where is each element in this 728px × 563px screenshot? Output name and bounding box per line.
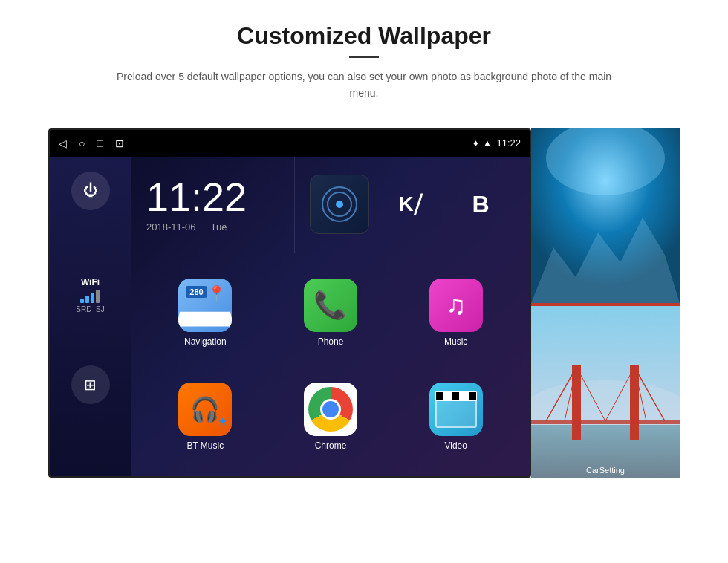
grid-icon: ⊞ (84, 376, 97, 394)
bridge-svg (531, 306, 680, 478)
chrome-inner (320, 399, 341, 420)
svg-rect-6 (572, 365, 581, 440)
ice-cave-svg (531, 128, 680, 303)
status-bar: ◁ ○ □ ⊡ ♦ ▲ 11:22 (50, 130, 530, 157)
music-label: Music (444, 336, 467, 347)
screen-mockup: ◁ ○ □ ⊡ ♦ ▲ 11:22 (48, 128, 531, 478)
radio-signal (321, 186, 358, 223)
clap-body (435, 401, 477, 428)
status-time: 11:22 (496, 137, 521, 149)
svg-rect-7 (630, 365, 639, 440)
chrome-label: Chrome (315, 440, 347, 451)
app-item-navigation[interactable]: 280 📍 Navigation (143, 261, 268, 365)
music-note-icon: ♫ (446, 290, 466, 321)
wifi-bars (76, 290, 104, 303)
screen-main: ⏻ WiFi SRD_SJ (50, 157, 530, 476)
b-label: B (472, 191, 489, 218)
title-divider (349, 56, 379, 58)
page-subtitle: Preload over 5 default wallpaper options… (104, 68, 624, 102)
nav-road (178, 311, 232, 326)
sidebar: ⏻ WiFi SRD_SJ (50, 157, 131, 476)
screenshot-icon[interactable]: ⊡ (115, 137, 124, 149)
nav-map: 280 📍 (178, 279, 232, 332)
date-display: 2018-11-06 Tue (146, 221, 279, 232)
status-bar-left: ◁ ○ □ ⊡ (59, 137, 124, 149)
apps-grid-button[interactable]: ⊞ (71, 365, 110, 404)
app-item-video[interactable]: Video (393, 365, 519, 469)
page-title: Customized Wallpaper (104, 22, 624, 50)
app-grid: 280 📍 Navigation 📞 (131, 253, 530, 476)
phone-handset-icon: 📞 (313, 290, 347, 321)
video-label: Video (444, 440, 467, 451)
bt-icon-inner: 🎧 ⭒ (178, 383, 232, 436)
bt-music-label: BT Music (186, 440, 224, 451)
phone-label: Phone (318, 336, 344, 347)
radio-dot (336, 201, 343, 208)
carsetting-label: CarSetting (531, 466, 680, 475)
ice-cave-scene (531, 128, 680, 303)
stripe-5 (469, 392, 475, 400)
navigation-icon: 280 📍 (178, 279, 232, 332)
bluetooth-symbol: ⭒ (219, 413, 226, 430)
stripe-3 (452, 392, 459, 400)
wifi-section: WiFi SRD_SJ (76, 277, 104, 313)
app-item-bt-music[interactable]: 🎧 ⭒ BT Music (143, 365, 268, 469)
info-bar: 11:22 2018-11-06 Tue (131, 157, 530, 253)
stripe-1 (436, 392, 443, 400)
navigation-label: Navigation (184, 336, 227, 347)
bridge-scene (531, 306, 680, 478)
screen-content: 11:22 2018-11-06 Tue (131, 157, 530, 476)
stripe-2 (444, 392, 451, 400)
clap-top (435, 391, 477, 401)
chrome-outer (308, 387, 353, 432)
wifi-bar-2 (85, 296, 89, 303)
wifi-bar-1 (80, 299, 84, 303)
nav-shield: 280 (186, 286, 207, 298)
time-section: 11:22 2018-11-06 Tue (131, 157, 295, 253)
wifi-bar-3 (91, 293, 94, 303)
video-icon (429, 383, 483, 436)
wallpaper-thumb-ice[interactable] (531, 128, 680, 303)
phone-icon: 📞 (304, 279, 357, 332)
power-icon: ⏻ (83, 182, 98, 199)
app-item-phone[interactable]: 📞 Phone (268, 261, 394, 365)
status-bar-right: ♦ ▲ 11:22 (473, 137, 521, 149)
home-icon[interactable]: ○ (79, 137, 85, 149)
back-icon[interactable]: ◁ (59, 137, 67, 149)
headphone-icon: 🎧 (190, 395, 220, 423)
title-section: Customized Wallpaper Preload over 5 defa… (104, 22, 624, 102)
ki-label: K⧸ (398, 192, 421, 217)
top-apps: K⧸ B (295, 157, 525, 253)
wallpaper-thumb-bridge[interactable]: CarSetting (531, 306, 680, 478)
wifi-bar-4 (96, 290, 100, 303)
day-value: Tue (211, 221, 227, 232)
app-item-chrome[interactable]: Chrome (268, 365, 394, 469)
power-button[interactable]: ⏻ (71, 172, 110, 210)
wallpaper-panel: CarSetting (531, 128, 680, 478)
wifi-icon: ▲ (483, 137, 493, 149)
bt-music-icon: 🎧 ⭒ (178, 383, 232, 436)
wifi-ssid: SRD_SJ (76, 305, 104, 313)
wifi-label: WiFi (76, 277, 104, 287)
ki-app-icon[interactable]: K⧸ (380, 175, 440, 234)
music-icon: ♫ (429, 279, 483, 332)
chrome-icon (304, 383, 357, 436)
clapperboard-icon (435, 391, 477, 428)
recents-icon[interactable]: □ (97, 137, 103, 149)
location-icon: ♦ (473, 137, 478, 149)
radio-app-icon[interactable] (310, 175, 369, 234)
stripe-4 (461, 392, 467, 400)
b-app-icon[interactable]: B (451, 175, 510, 234)
content-area: ◁ ○ □ ⊡ ♦ ▲ 11:22 (48, 128, 680, 478)
app-item-music[interactable]: ♫ Music (393, 261, 519, 365)
date-value: 2018-11-06 (146, 221, 196, 232)
page-container: Customized Wallpaper Preload over 5 defa… (0, 0, 728, 563)
clock-display: 11:22 (146, 177, 279, 217)
svg-rect-14 (531, 420, 680, 424)
